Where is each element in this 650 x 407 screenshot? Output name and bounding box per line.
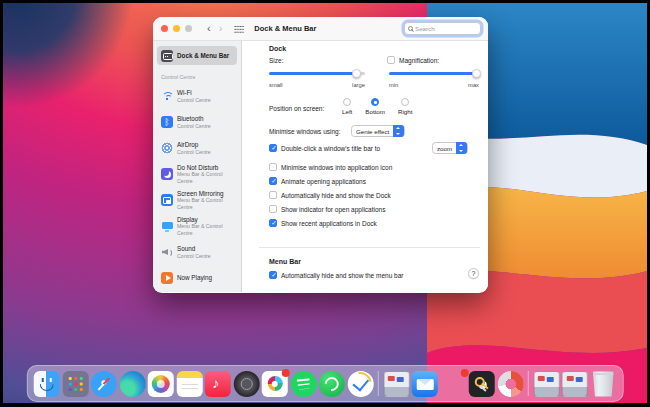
checkbox-row[interactable]: Show recent applications in Dock — [269, 216, 482, 230]
wifi-icon — [161, 90, 173, 102]
help-button[interactable]: ? — [468, 268, 479, 279]
dock-item-keychain[interactable] — [469, 371, 495, 397]
section-divider — [259, 247, 480, 248]
checkbox[interactable] — [269, 177, 277, 185]
checkbox-row[interactable]: Animate opening applications — [269, 174, 482, 188]
size-min-label: small — [269, 82, 283, 88]
display-icon — [161, 220, 173, 232]
radio-button[interactable] — [401, 98, 409, 106]
sidebar-item[interactable]: Wi-Fi Control Centre — [157, 83, 237, 109]
doubleclick-checkbox-row[interactable]: Double-click a window's title bar to — [269, 144, 380, 152]
checkbox-label: Show recent applications in Dock — [281, 220, 377, 227]
doubleclick-action-value: zoom — [437, 145, 452, 152]
radio-button[interactable] — [371, 98, 379, 106]
menubar-autohide-checkbox[interactable] — [269, 271, 277, 279]
menu-bar-heading: Menu Bar — [269, 258, 301, 265]
mirroring-icon — [161, 194, 173, 206]
sidebar-item[interactable]: Sound Control Centre — [157, 239, 237, 265]
checkbox-row[interactable]: Show indicator for open applications — [269, 202, 482, 216]
desktop: ‹ › Dock & Menu Bar Dock & Menu Bar Cont… — [3, 3, 647, 403]
dock-item-window-thumb[interactable] — [562, 371, 588, 397]
mag-max-label: max — [468, 82, 479, 88]
menubar-autohide-row[interactable]: Automatically hide and show the menu bar — [269, 271, 404, 279]
show-all-grid-icon[interactable] — [234, 25, 244, 33]
magnification-slider[interactable] — [389, 69, 479, 78]
dock-item-app-store[interactable] — [440, 371, 466, 397]
dock-separator — [528, 371, 529, 396]
dock-item-window-thumb[interactable] — [533, 371, 559, 397]
sidebar-item-list: Wi-Fi Control Centre Bluetooth Control C… — [157, 83, 237, 291]
radio-button[interactable] — [343, 98, 351, 106]
magnification-checkbox[interactable] — [387, 56, 395, 64]
search-icon — [408, 26, 413, 31]
checkbox-label: Animate opening applications — [281, 178, 366, 185]
radio-label: Left — [342, 108, 352, 115]
mag-min-label: min — [389, 82, 398, 88]
checkbox[interactable] — [269, 219, 277, 227]
magnification-checkbox-row[interactable]: Magnification: — [387, 56, 439, 64]
size-slider-knob[interactable] — [352, 69, 361, 78]
close-button[interactable] — [161, 25, 168, 32]
position-radio-group: Left Bottom Right — [342, 98, 412, 115]
system-preferences-window: ‹ › Dock & Menu Bar Dock & Menu Bar Cont… — [153, 17, 488, 293]
dock-item-window-thumb[interactable] — [383, 371, 409, 397]
dock-item-edge[interactable] — [119, 371, 145, 397]
doubleclick-label: Double-click a window's title bar to — [281, 145, 380, 152]
checkbox[interactable] — [269, 191, 277, 199]
sidebar-item[interactable]: Do Not Disturb Menu Bar & Control Centre — [157, 161, 237, 187]
checkbox-row[interactable]: Automatically hide and show the Dock — [269, 188, 482, 202]
magnification-slider-knob[interactable] — [472, 69, 481, 78]
dock-item-whatsapp[interactable] — [319, 371, 345, 397]
sidebar-selected-label: Dock & Menu Bar — [177, 52, 229, 59]
checkbox-label: Show indicator for open applications — [281, 206, 385, 213]
magnification-label: Magnification: — [399, 57, 439, 64]
dock-options-checkbox-list: Minimise windows into application icon A… — [269, 160, 482, 230]
dock-item-spotify[interactable] — [290, 371, 316, 397]
doubleclick-checkbox[interactable] — [269, 144, 277, 152]
search-input[interactable] — [415, 25, 477, 32]
doubleclick-action-popup[interactable]: zoom — [432, 142, 468, 154]
dock-item-notes[interactable] — [176, 371, 202, 397]
size-label: Size: — [269, 57, 283, 64]
dock-item-activity-ring[interactable] — [497, 371, 523, 397]
dock-item-trash[interactable] — [590, 371, 616, 397]
position-radio-option[interactable]: Bottom — [365, 98, 385, 115]
dock-item-photos[interactable] — [148, 371, 174, 397]
dock-item-camera[interactable] — [233, 371, 259, 397]
checkbox[interactable] — [269, 163, 277, 171]
window-controls — [161, 25, 192, 32]
dock-item-mail[interactable] — [412, 371, 438, 397]
checkbox[interactable] — [269, 205, 277, 213]
nowplaying-icon — [161, 272, 173, 284]
minimise-effect-popup[interactable]: Genie effect — [351, 125, 405, 137]
sidebar-item[interactable]: Bluetooth Control Centre — [157, 109, 237, 135]
dock-item-safari[interactable] — [91, 371, 117, 397]
search-field[interactable] — [404, 22, 481, 35]
dock-item-finder[interactable] — [34, 371, 60, 397]
dock-section-heading: Dock — [269, 45, 286, 52]
position-radio-option[interactable]: Left — [342, 98, 352, 115]
minimize-button[interactable] — [173, 25, 180, 32]
dock-item-launchpad[interactable] — [62, 371, 88, 397]
dock-item-music[interactable] — [205, 371, 231, 397]
sound-icon — [161, 246, 173, 258]
sidebar-item-dock-menu-bar[interactable]: Dock & Menu Bar — [157, 46, 237, 65]
dock-item-slack[interactable] — [262, 371, 288, 397]
forward-icon[interactable]: › — [215, 23, 227, 34]
size-slider[interactable] — [269, 69, 365, 78]
sidebar-item[interactable]: Display Menu Bar & Control Centre — [157, 213, 237, 239]
checkbox-row[interactable]: Minimise windows into application icon — [269, 160, 482, 174]
sidebar-item[interactable]: Now Playing — [157, 265, 237, 291]
sidebar-item[interactable]: Screen Mirroring Menu Bar & Control Cent… — [157, 187, 237, 213]
size-max-label: large — [352, 82, 365, 88]
sidebar: Dock & Menu Bar Control Centre Wi-Fi Con… — [153, 41, 242, 292]
dock-pane-icon — [161, 50, 173, 62]
dock-item-ticktick[interactable] — [347, 371, 373, 397]
position-label: Position on screen: — [269, 105, 324, 112]
sidebar-item[interactable]: AirDrop Control Centre — [157, 135, 237, 161]
popup-chevrons-icon — [456, 142, 467, 154]
checkbox-label: Automatically hide and show the Dock — [281, 192, 391, 199]
airdrop-icon — [161, 142, 173, 154]
back-icon[interactable]: ‹ — [203, 23, 215, 34]
position-radio-option[interactable]: Right — [398, 98, 412, 115]
